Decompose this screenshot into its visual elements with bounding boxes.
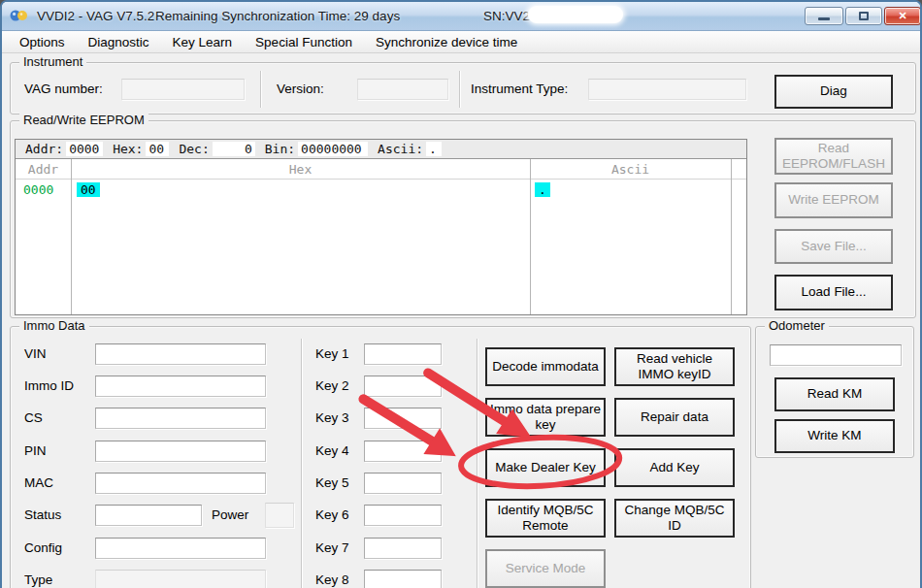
eeprom-column-headers: Addr Hex Ascii — [16, 159, 746, 180]
decode-immodata-button[interactable]: Decode immodata — [485, 347, 606, 386]
immo-data-group: Immo Data VIN Immo ID CS PIN MAC Status … — [10, 326, 751, 588]
maximize-button[interactable] — [845, 7, 882, 25]
key5-input[interactable] — [364, 473, 442, 494]
menubar: Options Diagnostic Key Learn Special Fun… — [2, 31, 920, 53]
read-km-button[interactable]: Read KM — [774, 377, 895, 411]
key3-input[interactable] — [364, 408, 442, 429]
status-input[interactable] — [95, 505, 202, 526]
diag-button[interactable]: Diag — [774, 75, 893, 109]
minimize-icon — [818, 17, 830, 20]
eeprom-group-title: Read/Write EEPROM — [19, 113, 148, 127]
menu-sync-device-time[interactable]: Synchronize device time — [364, 33, 529, 51]
power-indicator — [265, 503, 294, 528]
save-file-button: Save File... — [774, 229, 893, 264]
info-bin-label: Bin: — [265, 142, 295, 156]
load-file-button[interactable]: Load File... — [774, 275, 893, 310]
sync-time-text: Remaining Synchronization Time: 29 days — [155, 9, 400, 23]
key1-input[interactable] — [364, 343, 442, 365]
vin-input[interactable] — [95, 343, 266, 365]
key6-input[interactable] — [364, 505, 442, 526]
cs-input[interactable] — [95, 408, 266, 429]
key7-input[interactable] — [364, 538, 442, 559]
add-key-button[interactable]: Add Key — [614, 448, 735, 487]
eeprom-group: Read/Write EEPROM Addr: 0000 Hex: 00 Dec… — [10, 120, 916, 318]
column-header-hex: Hex — [71, 162, 530, 177]
separator — [459, 71, 460, 108]
identify-mqb-5c-remote-button[interactable]: Identify MQB/5C Remote — [485, 499, 606, 538]
pin-input[interactable] — [95, 441, 266, 462]
info-ascii-value: . — [426, 142, 442, 156]
change-mqb-5c-id-button[interactable]: Change MQB/5C ID — [614, 499, 735, 538]
make-dealer-key-button[interactable]: Make Dealer Key — [485, 448, 606, 487]
eeprom-info-strip: Addr: 0000 Hex: 00 Dec: 0 Bin: 00000000 … — [16, 140, 746, 159]
key8-input[interactable] — [364, 570, 442, 588]
vag-number-label: VAG number: — [24, 82, 103, 96]
config-label: Config — [24, 540, 62, 555]
status-label: Status — [24, 507, 61, 522]
mac-input[interactable] — [95, 473, 266, 494]
info-dec-label: Dec: — [179, 142, 209, 156]
key2-label: Key 2 — [315, 378, 349, 393]
immo-id-input[interactable] — [95, 376, 266, 397]
immo-id-label: Immo ID — [24, 378, 74, 393]
power-label: Power — [212, 507, 248, 522]
type-label: Type — [24, 572, 52, 587]
service-mode-button: Service Mode — [485, 549, 606, 588]
version-label: Version: — [277, 82, 324, 96]
key5-label: Key 5 — [315, 475, 349, 490]
info-bin-value: 00000000 — [298, 142, 368, 156]
read-eeprom-flash-button: Read EEPROM/FLASH — [774, 138, 893, 175]
key2-input[interactable] — [364, 376, 442, 397]
instrument-type-label: Instrument Type: — [471, 82, 568, 96]
mac-label: MAC — [24, 475, 53, 490]
write-eeprom-button: Write EEPROM — [774, 182, 893, 218]
menu-key-learn[interactable]: Key Learn — [161, 33, 245, 51]
instrument-type-input — [588, 79, 746, 100]
info-dec-value: 0 — [213, 142, 255, 156]
immo-group-title: Immo Data — [19, 318, 89, 333]
close-button[interactable]: ✕ — [884, 7, 921, 25]
separator — [301, 339, 302, 588]
key6-label: Key 6 — [315, 507, 349, 522]
info-hex-label: Hex: — [113, 142, 143, 156]
key4-input[interactable] — [364, 441, 442, 462]
close-icon: ✕ — [898, 10, 906, 22]
odometer-group-title: Odometer — [765, 318, 829, 333]
vag-number-input — [121, 79, 245, 100]
vin-label: VIN — [24, 346, 47, 361]
info-addr-label: Addr: — [25, 142, 63, 156]
eeprom-row-addr: 0000 — [23, 182, 53, 197]
read-vehicle-immo-keyid-button[interactable]: Read vehicle IMMO keyID — [614, 347, 735, 386]
titlebar: VVDI2 - VAG V7.5.2 Remaining Synchroniza… — [2, 2, 920, 31]
write-km-button[interactable]: Write KM — [774, 419, 895, 453]
info-ascii-label: Ascii: — [378, 142, 423, 156]
eeprom-selected-hex-cell[interactable]: 00 — [77, 182, 100, 197]
eeprom-hex-table: Addr: 0000 Hex: 00 Dec: 0 Bin: 00000000 … — [15, 139, 747, 315]
window-title: VVDI2 - VAG V7.5.2 — [37, 9, 154, 23]
repair-data-button[interactable]: Repair data — [614, 398, 735, 437]
key1-label: Key 1 — [315, 346, 349, 361]
maximize-icon — [859, 12, 869, 20]
config-input[interactable] — [95, 538, 266, 559]
key3-label: Key 3 — [315, 410, 349, 425]
column-header-ascii: Ascii — [530, 162, 731, 177]
column-header-addr: Addr — [16, 162, 71, 177]
info-addr-value: 0000 — [66, 142, 103, 156]
eeprom-row: 0000 00 . — [16, 182, 746, 201]
eeprom-selected-ascii-cell[interactable]: . — [535, 182, 550, 197]
odometer-input[interactable] — [770, 344, 902, 366]
app-window: VVDI2 - VAG V7.5.2 Remaining Synchroniza… — [0, 0, 922, 588]
key4-label: Key 4 — [315, 443, 349, 458]
menu-options[interactable]: Options — [8, 33, 77, 51]
minimize-button[interactable] — [805, 7, 843, 25]
key8-label: Key 8 — [315, 572, 349, 587]
instrument-group-title: Instrument — [19, 54, 86, 69]
immo-data-prepare-key-button[interactable]: Immo data prepare key — [485, 398, 606, 437]
menu-special-function[interactable]: Special Function — [244, 33, 364, 51]
menu-diagnostic[interactable]: Diagnostic — [77, 33, 161, 51]
serial-redaction-blur — [528, 6, 623, 23]
cs-label: CS — [24, 410, 43, 425]
instrument-group: Instrument VAG number: Version: Instrume… — [10, 62, 916, 114]
key7-label: Key 7 — [315, 540, 349, 555]
type-input — [95, 570, 266, 588]
